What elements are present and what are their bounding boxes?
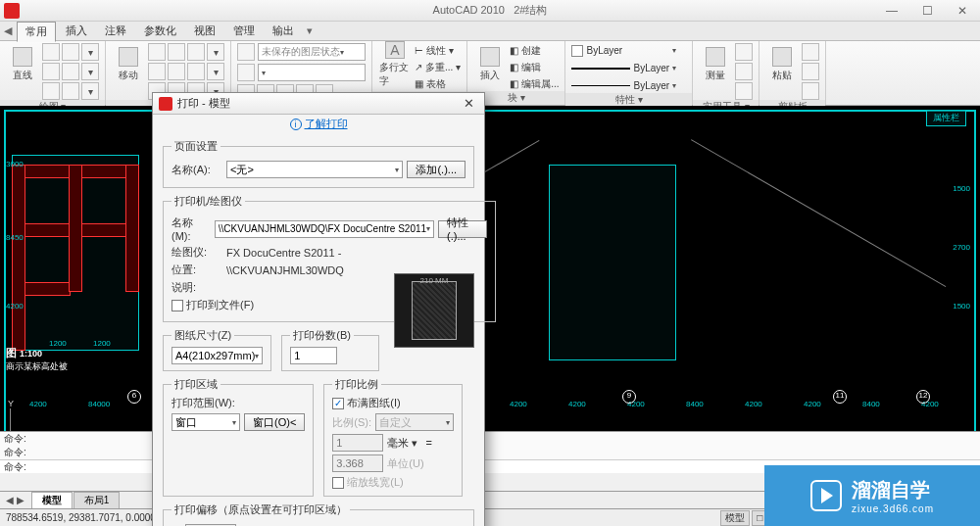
mod-3[interactable] [187, 43, 205, 61]
window-pick-button[interactable]: 窗口(O)< [244, 413, 305, 431]
mod-8[interactable]: ▾ [207, 63, 224, 80]
ltype-combo[interactable]: ByLayer▾ [571, 61, 676, 75]
mod-5[interactable] [148, 63, 166, 80]
tab-layout1[interactable]: 布局1 [74, 492, 121, 509]
scale-mm-input [332, 434, 383, 452]
mod-2[interactable] [168, 43, 185, 61]
app-icon[interactable] [4, 3, 20, 19]
dialog-titlebar[interactable]: 打印 - 模型 ✕ [153, 93, 484, 115]
grid-mark: 11 [833, 390, 847, 404]
table-btn[interactable]: ▦表格 [415, 76, 461, 91]
lweight-combo[interactable]: ByLayer▾ [571, 78, 676, 93]
plot-range-select[interactable]: 窗口▾ [172, 413, 240, 431]
scale-unit-label: 单位(U) [387, 456, 423, 471]
draw-mini-8[interactable] [62, 82, 79, 100]
dim-linear[interactable]: ⊢线性 ▾ [415, 43, 461, 58]
tab-nav[interactable]: ◀ ▶ [0, 495, 30, 505]
draw-mini-4[interactable] [42, 63, 60, 80]
layer-combo[interactable]: ▾ [258, 64, 366, 81]
model-space-btn[interactable]: 模型 [720, 510, 750, 526]
printer-props-button[interactable]: 特性(.)... [438, 220, 487, 238]
panel-label[interactable]: 属性栏 [926, 110, 966, 126]
insert-block-button[interactable]: 插入 [473, 43, 507, 86]
copies-input[interactable] [290, 347, 337, 364]
page-setup-legend: 页面设置 [172, 139, 220, 154]
draw-mini-2[interactable] [62, 43, 79, 61]
group-props-label[interactable]: 特性 ▾ [565, 93, 692, 107]
dim: 4200 [510, 400, 527, 408]
page-setup-add-button[interactable]: 添加(.)... [407, 161, 466, 178]
plotter-label: 绘图仪: [172, 245, 222, 260]
draw-mini-6[interactable]: ▾ [81, 63, 99, 80]
close-button[interactable]: ✕ [945, 1, 980, 21]
page-setup-name-select[interactable]: <无>▾ [226, 161, 403, 178]
move-button[interactable]: 移动 [112, 43, 145, 86]
draw-mini-9[interactable]: ▾ [81, 82, 99, 100]
paper-size-select[interactable]: A4(210x297mm)▾ [172, 347, 263, 364]
mod-7[interactable] [187, 63, 205, 80]
page-setup-name-label: 名称(A): [172, 163, 222, 177]
mod-6[interactable] [168, 63, 185, 80]
tab-insert[interactable]: 插入 [58, 22, 95, 40]
printer-name-select[interactable]: \\CKVUANJHML30WDQ\FX DocuCentre S2011▾ [215, 220, 434, 238]
color-combo[interactable]: ByLayer▾ [571, 43, 676, 58]
block-create[interactable]: ◧创建 [510, 43, 559, 58]
offset-group: 打印偏移（原点设置在可打印区域） X: 毫米 ✓居中打印(C) Y: 毫米 [163, 502, 474, 526]
dim: 1500 [953, 184, 970, 193]
scale-ratio-label: 比例(S): [332, 415, 371, 430]
mod-4[interactable]: ▾ [207, 43, 224, 61]
learn-print-link[interactable]: 了解打印 [305, 118, 348, 129]
print-to-file-checkbox[interactable]: 打印到文件(F) [172, 298, 254, 312]
dialog-title: 打印 - 模型 [177, 96, 230, 111]
clip-1[interactable] [802, 43, 819, 61]
dialog-close-button[interactable]: ✕ [459, 96, 478, 111]
mod-1[interactable] [148, 43, 166, 61]
measure-button[interactable]: 测量 [699, 43, 732, 86]
tab-manage[interactable]: 管理 [225, 22, 263, 40]
tab-common[interactable]: 常用 [17, 22, 56, 42]
copies-legend: 打印份数(B) [290, 328, 354, 343]
paper-preview: 210 MM [394, 273, 474, 348]
draw-mini-7[interactable] [42, 82, 60, 100]
clip-3[interactable] [802, 82, 819, 100]
tab-param[interactable]: 参数化 [136, 22, 184, 40]
draw-mini-1[interactable] [42, 43, 60, 61]
paste-button[interactable]: 粘贴 [765, 43, 799, 86]
block-attedit[interactable]: ◧编辑属... [510, 76, 559, 91]
clip-2[interactable] [802, 63, 819, 80]
tab-output[interactable]: 输出 [265, 22, 302, 40]
draw-mini-5[interactable] [62, 63, 79, 80]
scale-mm-unit[interactable]: 毫米 ▾ [387, 436, 417, 451]
mtext-button[interactable]: A多行文字 [378, 43, 412, 86]
dialog-icon [159, 97, 172, 111]
tab-view[interactable]: 视图 [186, 22, 223, 40]
dim: 8400 [862, 400, 880, 408]
tab-annotate[interactable]: 注释 [97, 22, 134, 40]
mleader[interactable]: ↗多重... ▾ [415, 60, 461, 74]
util-3[interactable] [735, 82, 753, 100]
dim: 4200 [568, 400, 586, 408]
line-button[interactable]: 直线 [6, 43, 39, 86]
util-1[interactable] [735, 43, 753, 61]
dim: 1200 [93, 339, 111, 348]
util-2[interactable] [735, 63, 753, 80]
fit-to-paper-checkbox[interactable]: ✓布满图纸(I) [332, 396, 454, 410]
tab-model[interactable]: 模型 [31, 492, 73, 509]
minimize-button[interactable]: — [874, 1, 909, 21]
dim: 1200 [49, 339, 67, 348]
layer-mini-1[interactable] [237, 43, 255, 61]
tab-menu[interactable]: ▾ [303, 24, 317, 37]
grid-mark: 12 [916, 390, 930, 404]
watermark: 溜溜自学 zixue.3d66.com [764, 465, 980, 526]
tab-arrow-left[interactable]: ◀ [0, 24, 16, 37]
layer-mini-2[interactable] [237, 64, 255, 81]
dim: 4200 [745, 400, 762, 408]
titlebar: AutoCAD 2010 2#结构 — ☐ ✕ [0, 0, 980, 22]
view-note: 商示某标高处被 [6, 360, 68, 373]
layer-state-combo[interactable]: 未保存的图层状态▾ [258, 43, 366, 61]
draw-mini-3[interactable]: ▾ [81, 43, 99, 61]
block-edit[interactable]: ◧编辑 [510, 60, 559, 74]
maximize-button[interactable]: ☐ [909, 1, 945, 21]
dim: 1500 [953, 302, 970, 311]
plot-area-legend: 打印区域 [172, 377, 220, 392]
